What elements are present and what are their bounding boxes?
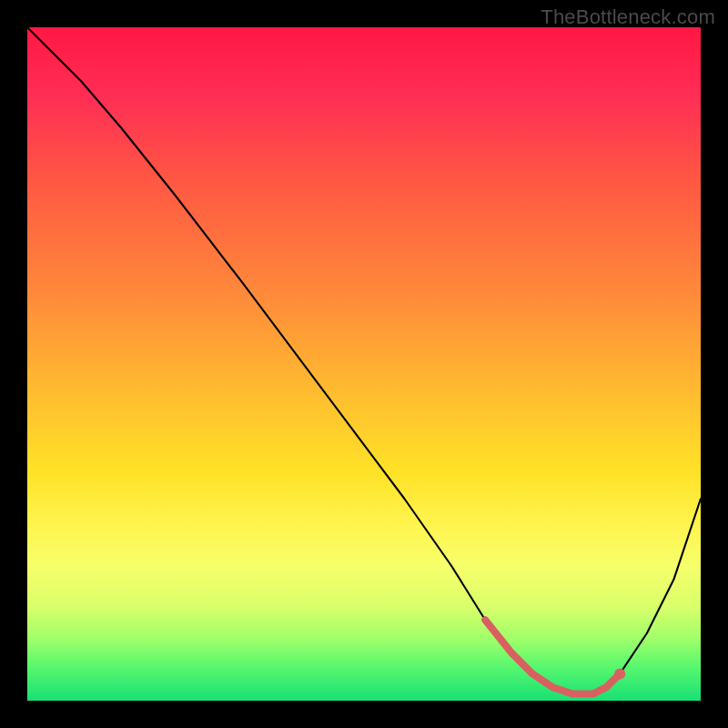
plot-area: [27, 27, 701, 701]
highlight-end-dot: [614, 668, 625, 679]
chart-container: TheBottleneck.com: [0, 0, 728, 728]
bottleneck-curve: [27, 27, 701, 694]
watermark-text: TheBottleneck.com: [541, 5, 715, 29]
curve-svg: [27, 27, 701, 701]
highlight-segment: [485, 620, 620, 693]
